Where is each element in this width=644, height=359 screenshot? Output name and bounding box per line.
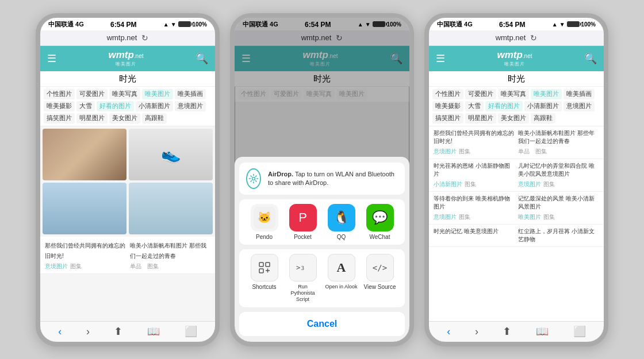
entry-link[interactable]: 意境图片 (434, 148, 457, 155)
site-header-right: ☰ wm tp .net 唯美图片 🔍 (429, 46, 604, 71)
entry-link[interactable]: 小清新图片 (434, 181, 462, 187)
back-button-right[interactable]: ‹ (447, 326, 450, 338)
action-label-shortcuts: Shortcuts (252, 284, 276, 290)
cat-tag[interactable]: 意境图片 (175, 101, 206, 111)
cat-tag[interactable]: 美女图片 (498, 113, 529, 123)
share-button-right[interactable]: ⬆ (503, 325, 511, 338)
entry-link[interactable]: 意境图片 (434, 214, 457, 220)
categories-left: 个性图片 可爱图片 唯美写真 唯美图片 唯美插画 唯美摄影 大雪 好看的图片 小… (40, 87, 215, 126)
page-title-left: 时光 (40, 71, 215, 87)
app-label-wechat: WeChat (370, 234, 390, 240)
bookmarks-button-right[interactable]: 📖 (536, 325, 549, 338)
tabs-button-right[interactable]: ⬜ (573, 325, 586, 338)
logo-right: wm tp .net 唯美图片 (497, 49, 532, 67)
logo-left: wm tp .net 唯美图片 (108, 49, 143, 67)
cat-tag[interactable]: 唯美写真 (109, 89, 140, 99)
cat-tag[interactable]: 唯美摄影 (44, 101, 75, 111)
cat-tag[interactable]: 个性图片 (432, 89, 463, 99)
app-item-qq[interactable]: 🐧 QQ (324, 204, 359, 240)
tag-link[interactable]: 意境图片 (45, 263, 68, 269)
list-entry: 红尘路上，岁月荏苒 小清新文艺静物 (518, 227, 599, 244)
entry-badge: 单品 (518, 148, 533, 155)
forward-button-right[interactable]: › (475, 326, 478, 338)
entry-title: 记忆最深处的风景 唯美小清新风景图片 (518, 195, 599, 211)
cat-tag[interactable]: 好看的图片 (97, 101, 134, 111)
text-row-1-left: 那些我们曾经共同拥有的难忘的旧时光! 意境图片 图集 唯美小清新帆布鞋图片 那些… (40, 237, 215, 274)
cat-tag[interactable]: 高跟鞋 (142, 113, 167, 123)
site-header-left: ☰ wm tp .net 唯美图片 🔍 (40, 46, 215, 71)
tabs-button-left[interactable]: ⬜ (185, 325, 197, 338)
pocket-icon: P (289, 204, 317, 231)
cat-tag[interactable]: 小清新图片 (524, 101, 562, 111)
refresh-icon-right[interactable]: ↻ (530, 33, 537, 43)
cat-tag[interactable]: 可爱图片 (465, 89, 496, 99)
content-area-left: 👟 那些我们曾经共同拥有的难忘的旧时光! 意境图片 图集 (40, 126, 215, 321)
cat-tag[interactable]: 小清新图片 (136, 101, 173, 111)
entry-badge: 图集 (543, 181, 555, 187)
cat-tag[interactable]: 意境图片 (564, 101, 595, 111)
cat-tag[interactable]: 明星图片 (465, 113, 496, 123)
app-label-qq: QQ (337, 234, 346, 240)
image-card[interactable] (43, 183, 126, 234)
search-icon-right[interactable]: 🔍 (584, 52, 597, 65)
cat-tag[interactable]: 搞笑图片 (432, 113, 463, 123)
hamburger-icon-right[interactable]: ☰ (436, 52, 445, 65)
cat-tag[interactable]: 大雪 (76, 101, 95, 111)
cat-tag[interactable]: 高跟鞋 (531, 113, 555, 123)
cat-tag[interactable]: 明星图片 (76, 113, 108, 123)
cat-tag[interactable]: 个性图片 (44, 89, 75, 99)
hamburger-icon-left[interactable]: ☰ (47, 52, 56, 65)
forward-button-left[interactable]: › (86, 326, 90, 338)
signal-icon-left: ▲ (163, 21, 169, 28)
cat-tag[interactable]: 大雪 (465, 101, 484, 111)
list-row: 等待着你的到来 唯美相机静物图片 意境图片 图集 记忆最深处的风景 唯美小清新风… (429, 192, 604, 225)
logo-tp-left: tp (125, 49, 134, 61)
airdrop-section[interactable]: AirDrop. Tap to turn on WLAN and Bluetoo… (239, 163, 405, 195)
app-item-wechat[interactable]: 💬 WeChat (363, 204, 397, 240)
cat-tag[interactable]: 搞笑图片 (44, 113, 75, 123)
list-row: 那些我们曾经共同拥有的难忘的旧时光! 意境图片 图集 唯美小清新帆布鞋图片 那些… (429, 126, 604, 159)
cancel-button[interactable]: Cancel (239, 312, 405, 336)
back-button-left[interactable]: ‹ (58, 326, 62, 338)
logo-wm-right: wm (497, 49, 513, 61)
app-item-pendo[interactable]: 🐱 Pendo (247, 204, 282, 240)
entry-title: 时光荏苒的恩绪 小清新静物图片 (434, 162, 515, 178)
cat-tag[interactable]: 好看的图片 (485, 101, 523, 111)
action-item-alook[interactable]: A Open in Alook (324, 254, 359, 302)
room-image (43, 129, 126, 180)
cat-tag[interactable]: 唯美写真 (498, 89, 529, 99)
entry-title: 等待着你的到来 唯美相机静物图片 (434, 195, 515, 211)
cat-tag[interactable]: 唯美插画 (175, 89, 206, 99)
list-entry: 儿时记忆中的弄堂和四合院 唯美小院风景意境图片 意境图片 图集 (518, 162, 599, 188)
cat-tag[interactable]: 唯美摄影 (432, 101, 463, 111)
pythonista-icon: > 3 (289, 254, 317, 281)
cat-tag[interactable]: 唯美图片 (531, 89, 562, 99)
search-icon-left[interactable]: 🔍 (195, 52, 208, 65)
url-bar-left[interactable]: wmtp.net ↻ (40, 30, 215, 46)
share-button-left[interactable]: ⬆ (114, 325, 122, 338)
app-item-pocket[interactable]: P Pocket (286, 204, 320, 240)
share-sheet: AirDrop. Tap to turn on WLAN and Bluetoo… (235, 157, 409, 341)
cat-tag[interactable]: 美女图片 (109, 113, 140, 123)
entry-link[interactable]: 意境图片 (518, 181, 541, 187)
image-card[interactable] (43, 129, 126, 180)
cat-tag[interactable]: 唯美插画 (564, 89, 595, 99)
action-item-pythonista[interactable]: > 3 Run Pythonista Script (286, 254, 320, 302)
entry-badge: 图集 (543, 214, 555, 220)
blue2-image (129, 183, 213, 234)
logo-wm-left: wm (108, 49, 124, 61)
bookmarks-button-left[interactable]: 📖 (147, 325, 160, 338)
logo-tp-right: tp (513, 49, 523, 61)
entry-link[interactable]: 唯美图片 (518, 214, 541, 220)
action-item-view-source[interactable]: </> View Source (363, 254, 397, 302)
image-card[interactable] (129, 183, 213, 234)
url-bar-right[interactable]: wmtp.net ↻ (429, 30, 604, 46)
image-card[interactable]: 👟 (129, 129, 213, 180)
cat-tag[interactable]: 唯美图片 (142, 89, 173, 99)
refresh-icon-left[interactable]: ↻ (141, 33, 148, 43)
airdrop-text: AirDrop. Tap to turn on WLAN and Bluetoo… (268, 170, 398, 188)
middle-phone: 中国联通 4G 6:54 PM ▲ ▼ 100% wmtp.net ↻ ☰ wm (230, 13, 414, 346)
cat-tag[interactable]: 可爱图片 (76, 89, 108, 99)
action-item-shortcuts[interactable]: Shortcuts (247, 254, 282, 302)
status-icons-left: ▲ ▼ 100% (163, 21, 207, 28)
